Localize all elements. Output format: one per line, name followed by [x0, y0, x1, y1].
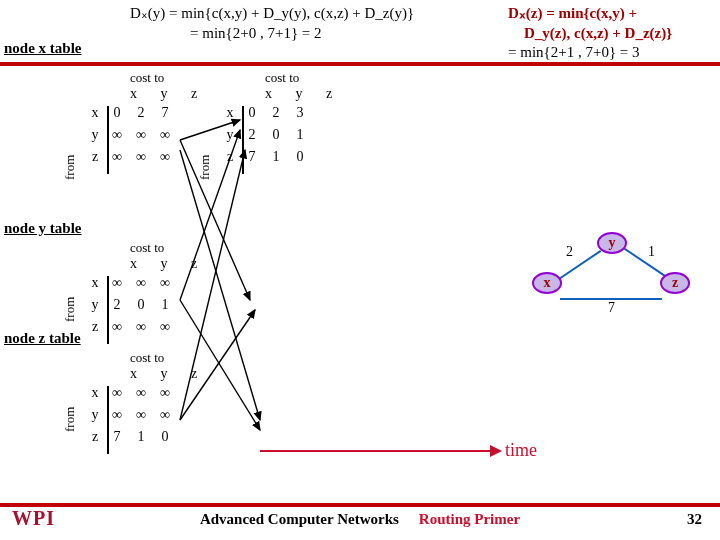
table-x-t0: cost to x y z x027 y∞∞∞ z∞∞∞ — [85, 70, 207, 168]
table-z-t0: cost to x y z x∞∞∞ y∞∞∞ z710 — [85, 350, 207, 448]
node-y: y — [597, 232, 627, 254]
label-node-x: node x table — [4, 40, 82, 57]
time-label: time — [505, 440, 537, 461]
equation-dy: Dₓ(y) = min{c(x,y) + D_y(y), c(x,z) + D_… — [130, 4, 414, 43]
from-label: from — [62, 297, 78, 322]
from-label: from — [62, 155, 78, 180]
node-x: x — [532, 272, 562, 294]
label-node-z: node z table — [4, 330, 81, 347]
label-node-y: node y table — [4, 220, 82, 237]
from-label: from — [197, 155, 213, 180]
node-z: z — [660, 272, 690, 294]
divider — [0, 62, 720, 66]
footer: Advanced Computer NetworksRouting Primer — [0, 511, 720, 528]
slide-number: 32 — [687, 511, 702, 528]
equation-dz: Dₓ(z) = min{c(x,y) + D_y(z), c(x,z) + D_… — [508, 4, 672, 63]
time-arrow — [260, 450, 500, 452]
table-y-t0: cost to x y z x∞∞∞ y201 z∞∞∞ — [85, 240, 207, 338]
from-label: from — [62, 407, 78, 432]
divider — [0, 503, 720, 507]
network-graph: x y z 2 1 7 — [532, 230, 692, 330]
table-x-t1: cost to x y z x023 y201 z710 — [220, 70, 342, 168]
